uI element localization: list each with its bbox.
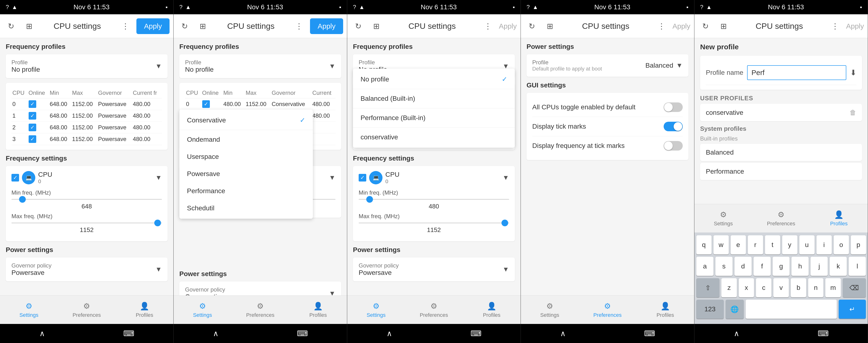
max-slider-track-3[interactable] [359, 222, 509, 224]
conservative-profile-item[interactable]: conservative [353, 129, 515, 146]
key-p[interactable]: p [851, 235, 866, 254]
performance-builtin-item[interactable]: Performance (Built-in) [353, 109, 515, 127]
back-btn-3[interactable]: ∧ [386, 329, 392, 338]
cpu-select-arrow-2[interactable]: ▼ [329, 174, 336, 181]
nav-preferences-5[interactable]: ⚙ Preferences [752, 207, 810, 230]
key-g[interactable]: g [773, 257, 790, 276]
cpu-checkbox-3[interactable]: ✓ [359, 174, 366, 181]
key-b[interactable]: b [791, 278, 806, 297]
nav-settings-2[interactable]: ⚙ Settings [174, 299, 231, 321]
key-123[interactable]: 123 [696, 300, 724, 319]
grid-icon-2[interactable]: ⊞ [195, 19, 210, 33]
more-icon-4[interactable]: ⋮ [654, 19, 669, 33]
nav-profiles-3[interactable]: 👤 Profiles [463, 299, 521, 321]
refresh-icon-5[interactable]: ↻ [698, 19, 713, 33]
more-icon-2[interactable]: ⋮ [292, 19, 306, 33]
power-profile-row-4[interactable]: Profile Default profile to apply at boot… [532, 59, 683, 72]
keyboard-btn-1[interactable]: ⌨ [123, 329, 134, 338]
cpu-select-arrow-3[interactable]: ▼ [502, 174, 509, 181]
key-o[interactable]: o [834, 235, 849, 254]
apply-button-2[interactable]: Apply [310, 18, 343, 34]
profile-dropdown-row-1[interactable]: Profile No profile ▼ [11, 59, 162, 73]
key-s[interactable]: s [715, 257, 733, 276]
key-d[interactable]: d [735, 257, 752, 276]
governor-performance-item[interactable]: Performance [179, 182, 313, 200]
key-m[interactable]: m [825, 278, 841, 297]
governor-schedutil-item[interactable]: Schedutil [179, 200, 313, 217]
refresh-icon-3[interactable]: ↻ [351, 19, 365, 33]
back-btn-1[interactable]: ∧ [39, 329, 45, 338]
max-slider-thumb-1[interactable] [154, 219, 161, 226]
key-q[interactable]: q [696, 235, 712, 254]
key-l[interactable]: l [849, 257, 866, 276]
key-v[interactable]: v [773, 278, 789, 297]
nav-settings-4[interactable]: ⚙ Settings [521, 299, 579, 321]
nav-preferences-4[interactable]: ⚙ Preferences [579, 299, 636, 321]
cpu-checkbox-1[interactable]: ✓ [11, 174, 19, 181]
min-slider-track-3[interactable] [359, 199, 509, 200]
grid-icon-3[interactable]: ⊞ [369, 19, 383, 33]
key-r[interactable]: r [748, 235, 763, 254]
cpu-select-arrow-1[interactable]: ▼ [155, 174, 162, 181]
min-slider-thumb-1[interactable] [19, 196, 26, 203]
more-icon[interactable]: ⋮ [118, 19, 132, 33]
governor-conservative-item[interactable]: Conservative ✓ [179, 111, 313, 129]
nav-preferences-1[interactable]: ⚙ Preferences [58, 299, 116, 321]
back-btn-5[interactable]: ∧ [734, 329, 739, 338]
gui-toggle-1[interactable] [664, 102, 683, 112]
key-k[interactable]: k [830, 257, 847, 276]
cpu-online-checkbox[interactable]: ✓ [29, 112, 36, 119]
governor-powersave-item[interactable]: Powersave [179, 165, 313, 182]
key-x[interactable]: x [739, 278, 754, 297]
key-y[interactable]: y [782, 235, 798, 254]
profile-name-input-5[interactable] [747, 65, 846, 80]
key-enter[interactable]: ↵ [839, 300, 866, 319]
min-slider-track-1[interactable] [11, 199, 162, 200]
nav-profiles-1[interactable]: 👤 Profiles [116, 299, 173, 321]
nav-settings-3[interactable]: ⚙ Settings [347, 299, 405, 321]
nav-preferences-3[interactable]: ⚙ Preferences [405, 299, 463, 321]
grid-icon-4[interactable]: ⊞ [543, 19, 557, 33]
cpu-online-checkbox[interactable]: ✓ [29, 135, 36, 143]
nav-settings-5[interactable]: ⚙ Settings [694, 207, 752, 230]
key-n[interactable]: n [808, 278, 824, 297]
key-e[interactable]: e [731, 235, 746, 254]
back-btn-2[interactable]: ∧ [213, 329, 218, 338]
nav-profiles-5[interactable]: 👤 Profiles [810, 207, 868, 230]
key-shift[interactable]: ⇧ [696, 278, 719, 297]
keyboard-btn-2[interactable]: ⌨ [297, 329, 308, 338]
key-h[interactable]: h [792, 257, 809, 276]
back-btn-4[interactable]: ∧ [560, 329, 566, 338]
governor-row-2[interactable]: Governor policy Conservative ▼ [185, 286, 336, 295]
delete-conservative-icon[interactable]: 🗑 [850, 109, 856, 116]
keyboard-btn-4[interactable]: ⌨ [644, 329, 655, 338]
key-i[interactable]: i [816, 235, 832, 254]
keyboard-btn-3[interactable]: ⌨ [470, 329, 482, 338]
balanced-builtin-item[interactable]: Balanced (Built-in) [353, 90, 515, 107]
apply-button-1[interactable]: Apply [136, 18, 169, 34]
key-c[interactable]: c [756, 278, 771, 297]
profile-dropdown-row-2[interactable]: Profile No profile ▼ [185, 59, 336, 73]
key-z[interactable]: z [721, 278, 737, 297]
cpu-online-checkbox[interactable]: ✓ [29, 100, 36, 108]
governor-row-1[interactable]: Governor policy Powersave ▼ [11, 262, 162, 277]
grid-icon[interactable]: ⊞ [22, 19, 36, 33]
keyboard-btn-5[interactable]: ⌨ [818, 329, 829, 338]
gui-toggle-3[interactable] [664, 141, 683, 150]
key-f[interactable]: f [753, 257, 771, 276]
more-icon-5[interactable]: ⋮ [828, 19, 842, 33]
nav-profiles-2[interactable]: 👤 Profiles [289, 299, 347, 321]
cpu-online-checkbox[interactable]: ✓ [202, 100, 210, 108]
key-space[interactable] [746, 300, 837, 319]
max-slider-thumb-3[interactable] [501, 219, 508, 226]
governor-row-3[interactable]: Governor policy Powersave ▼ [359, 262, 509, 277]
refresh-icon[interactable]: ↻ [4, 19, 18, 33]
key-backspace[interactable]: ⌫ [843, 278, 866, 297]
cpu-online-checkbox[interactable]: ✓ [29, 124, 36, 131]
key-w[interactable]: w [713, 235, 729, 254]
key-j[interactable]: j [810, 257, 828, 276]
refresh-icon-2[interactable]: ↻ [178, 19, 192, 33]
max-slider-track-1[interactable] [11, 222, 162, 224]
gui-toggle-2[interactable] [664, 122, 683, 131]
more-icon-3[interactable]: ⋮ [481, 19, 495, 33]
